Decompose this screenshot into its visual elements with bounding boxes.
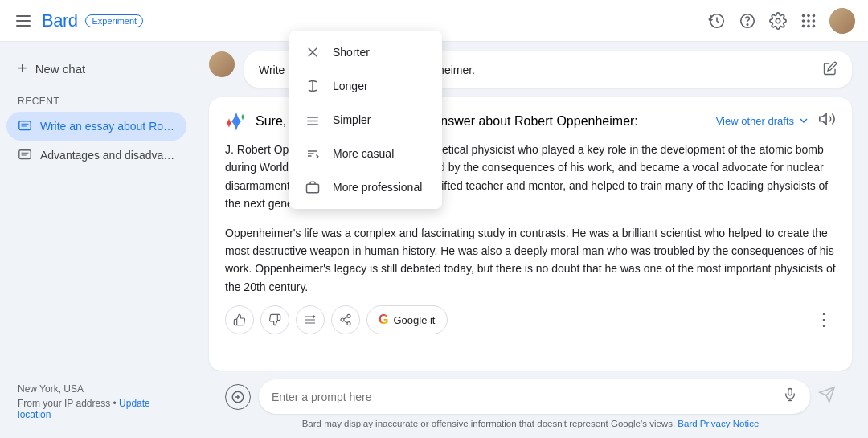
- svg-point-26: [341, 318, 344, 321]
- dropdown-menu: Shorter Longer Simpler: [289, 31, 442, 209]
- dropdown-item-longer[interactable]: Longer: [289, 69, 442, 103]
- modify-icon: [304, 313, 317, 326]
- action-bar: G Google it ⋮: [225, 296, 836, 341]
- view-drafts-label: View other drafts: [716, 115, 794, 127]
- recent-label: Recent: [6, 86, 186, 112]
- modify-response-button[interactable]: [296, 305, 325, 334]
- google-it-button[interactable]: G Google it: [366, 305, 448, 334]
- shorter-label: Shorter: [333, 46, 370, 59]
- more-casual-label: More casual: [333, 147, 394, 160]
- dropdown-item-simpler[interactable]: Simpler: [289, 103, 442, 137]
- svg-point-7: [802, 19, 805, 23]
- svg-point-8: [807, 19, 810, 23]
- new-chat-label: New chat: [35, 62, 86, 76]
- svg-line-41: [309, 80, 313, 82]
- experiment-badge: Experiment: [85, 14, 143, 27]
- hamburger-menu[interactable]: [13, 12, 34, 30]
- more-professional-label: More professional: [333, 181, 422, 194]
- svg-point-2: [747, 23, 747, 24]
- dropdown-item-shorter[interactable]: Shorter: [289, 35, 442, 69]
- ai-header-right: View other drafts: [716, 110, 836, 131]
- microphone-icon[interactable]: [783, 387, 797, 406]
- user-avatar: [209, 51, 235, 77]
- share-icon: [339, 313, 352, 326]
- sidebar: + New chat Recent Write an essay about R…: [0, 42, 193, 438]
- sidebar-item-chat1[interactable]: Write an essay about Robert O...: [6, 112, 186, 141]
- longer-icon: [304, 77, 321, 95]
- shorter-icon: [304, 43, 321, 61]
- svg-point-6: [813, 14, 816, 17]
- svg-point-25: [347, 314, 350, 317]
- view-drafts-button[interactable]: View other drafts: [716, 114, 810, 127]
- svg-point-10: [802, 24, 805, 27]
- svg-point-9: [813, 19, 816, 23]
- chat-item-icon-2: [18, 148, 32, 162]
- svg-rect-33: [788, 389, 792, 395]
- new-york-text: New York, USA: [18, 383, 84, 395]
- thumbs-down-icon: [268, 313, 281, 326]
- disclaimer: Bard may display inaccurate or offensive…: [225, 414, 836, 435]
- svg-point-12: [813, 24, 816, 27]
- google-g-icon: G: [379, 313, 388, 327]
- send-icon[interactable]: [818, 386, 836, 407]
- svg-line-42: [313, 80, 317, 82]
- svg-marker-19: [820, 114, 826, 125]
- svg-line-44: [313, 90, 317, 92]
- svg-line-28: [344, 321, 348, 323]
- more-professional-icon: [304, 178, 321, 196]
- add-button[interactable]: [225, 384, 251, 410]
- prompt-input[interactable]: [272, 391, 776, 403]
- chat-item-icon: [18, 119, 32, 133]
- help-icon[interactable]: [738, 11, 757, 31]
- thumbs-up-icon: [233, 313, 246, 326]
- plus-icon: +: [18, 59, 27, 78]
- simpler-icon: [304, 111, 321, 129]
- more-button[interactable]: ⋮: [812, 306, 836, 334]
- chevron-down-icon: [797, 114, 810, 127]
- dropdown-item-more-casual[interactable]: More casual: [289, 137, 442, 170]
- bard-logo: Bard: [42, 10, 77, 31]
- chat-item-text-1: Write an essay about Robert O...: [40, 120, 175, 133]
- from-ip-text: From your IP address: [18, 398, 110, 409]
- action-bar-left: G Google it: [225, 305, 448, 334]
- google-it-label: Google it: [393, 314, 435, 326]
- svg-line-29: [344, 317, 348, 319]
- ai-paragraph-2: Oppenheimer's life was a complex and fas…: [225, 224, 836, 297]
- svg-point-3: [776, 18, 780, 23]
- more-casual-icon: [304, 145, 321, 162]
- input-area: Bard may display inaccurate or offensive…: [209, 371, 852, 438]
- share-button[interactable]: [331, 305, 360, 334]
- avatar-image: [829, 8, 855, 34]
- volume-icon[interactable]: [818, 110, 836, 131]
- new-chat-button[interactable]: + New chat: [6, 51, 186, 86]
- svg-rect-48: [307, 184, 319, 193]
- disclaimer-text: Bard may display inaccurate or offensive…: [302, 419, 675, 428]
- apps-icon[interactable]: [799, 11, 818, 31]
- history-icon[interactable]: [707, 11, 727, 31]
- avatar[interactable]: [829, 8, 855, 34]
- longer-label: Longer: [333, 80, 368, 92]
- chat-item-text-2: Advantages and disadvantages ...: [40, 149, 175, 162]
- privacy-notice-link[interactable]: Bard Privacy Notice: [678, 419, 759, 428]
- separator: •: [113, 398, 120, 409]
- svg-rect-16: [19, 150, 31, 159]
- settings-icon[interactable]: [768, 11, 788, 31]
- dropdown-item-more-professional[interactable]: More professional: [289, 170, 442, 204]
- input-box: [259, 379, 810, 414]
- input-row: [225, 379, 836, 414]
- edit-icon[interactable]: [823, 61, 837, 78]
- circle-plus-icon: [231, 390, 245, 404]
- thumbs-up-button[interactable]: [225, 305, 254, 334]
- thumbs-down-button[interactable]: [260, 305, 289, 334]
- svg-point-5: [807, 14, 810, 17]
- bard-sparkle-icon: [225, 110, 248, 133]
- svg-point-27: [347, 322, 350, 325]
- svg-point-11: [807, 24, 810, 27]
- location-text: New York, USA: [18, 383, 175, 395]
- sidebar-item-chat2[interactable]: Advantages and disadvantages ...: [6, 141, 186, 170]
- sidebar-footer: New York, USA From your IP address • Upd…: [6, 375, 186, 428]
- header-right: [707, 8, 855, 34]
- simpler-label: Simpler: [333, 113, 371, 126]
- svg-point-4: [802, 14, 805, 17]
- svg-rect-13: [19, 121, 31, 130]
